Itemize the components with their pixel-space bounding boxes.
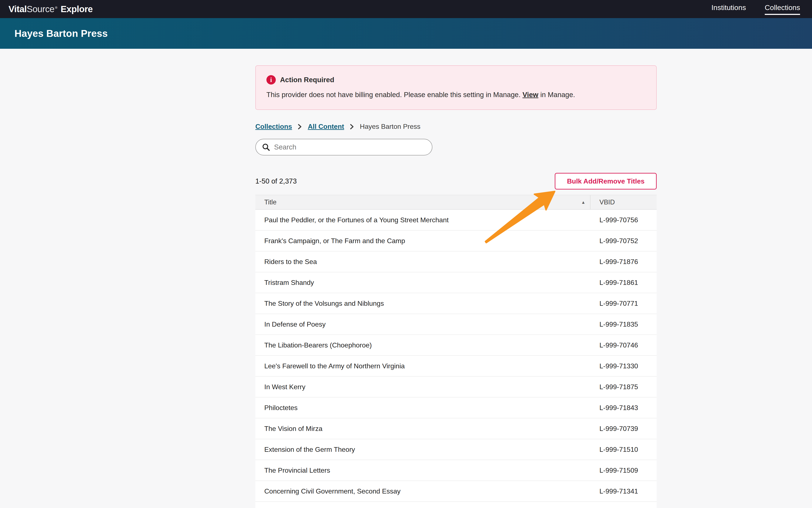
list-controls: 1-50 of 2,373 Bulk Add/Remove Titles: [255, 173, 657, 189]
cell-vbid: L-999-71510: [590, 446, 657, 454]
cell-vbid: L-999-71509: [590, 466, 657, 474]
cell-vbid: L-999-71861: [590, 279, 657, 287]
alert-message-after: in Manage.: [538, 91, 575, 98]
cell-title: The Provincial Letters: [255, 466, 590, 474]
table-row-partial: [255, 502, 657, 508]
table-row[interactable]: Extension of the Germ TheoryL-999-71510: [255, 439, 657, 460]
cell-title: Frank's Campaign, or The Farm and the Ca…: [255, 237, 590, 245]
sort-ascending-icon[interactable]: ▲: [581, 200, 585, 205]
cell-title: Paul the Peddler, or the Fortunes of a Y…: [255, 216, 590, 224]
table-row[interactable]: The Vision of MirzaL-999-70739: [255, 418, 657, 439]
bulk-add-remove-button[interactable]: Bulk Add/Remove Titles: [555, 173, 657, 189]
cell-title: In Defense of Poesy: [255, 321, 590, 328]
cell-title: Tristram Shandy: [255, 279, 590, 287]
cell-title: Riders to the Sea: [255, 258, 590, 266]
chevron-right-icon: [350, 123, 354, 130]
alert-message-before: This provider does not have billing enab…: [266, 91, 523, 98]
table-row[interactable]: Tristram ShandyL-999-71861: [255, 272, 657, 293]
cell-vbid: L-999-70756: [590, 216, 657, 224]
cell-vbid: L-999-70739: [590, 425, 657, 433]
cell-vbid: L-999-70752: [590, 237, 657, 245]
cell-title: The Vision of Mirza: [255, 425, 590, 433]
cell-vbid: L-999-71876: [590, 258, 657, 266]
registered-trademark-icon: ®: [55, 6, 57, 9]
titles-table: Title ▲ VBID Paul the Peddler, or the Fo…: [255, 195, 657, 508]
column-header-vbid[interactable]: VBID: [590, 195, 657, 209]
table-header: Title ▲ VBID: [255, 195, 657, 210]
table-row[interactable]: The Story of the Volsungs and NiblungsL-…: [255, 293, 657, 314]
column-header-title[interactable]: Title ▲: [255, 195, 590, 209]
top-navigation-bar: VitalSource® Explore Institutions Collec…: [0, 0, 812, 18]
chevron-right-icon: [298, 123, 302, 130]
alert-header: i Action Required: [266, 75, 645, 85]
logo-vital: Vital: [8, 4, 27, 14]
search-icon: [262, 143, 270, 152]
nav-item-institutions[interactable]: Institutions: [711, 3, 746, 15]
column-header-vbid-label: VBID: [599, 199, 615, 206]
table-row[interactable]: Frank's Campaign, or The Farm and the Ca…: [255, 230, 657, 251]
cell-title: In West Kerry: [255, 383, 590, 391]
logo-source: Source: [27, 4, 54, 14]
cell-vbid: L-999-71341: [590, 488, 657, 495]
logo-explore: Explore: [61, 4, 93, 14]
cell-vbid: L-999-71843: [590, 404, 657, 412]
table-row[interactable]: In West KerryL-999-71875: [255, 377, 657, 397]
primary-nav: Institutions Collections: [711, 3, 800, 15]
breadcrumb-current-page: Hayes Barton Press: [360, 123, 420, 130]
alert-message: This provider does not have billing enab…: [266, 90, 645, 99]
cell-title: The Story of the Volsungs and Niblungs: [255, 300, 590, 307]
nav-item-collections[interactable]: Collections: [765, 3, 800, 15]
table-row[interactable]: Lee's Farewell to the Army of Northern V…: [255, 356, 657, 377]
result-count: 1-50 of 2,373: [255, 177, 297, 185]
cell-title: Extension of the Germ Theory: [255, 446, 590, 454]
info-icon: i: [266, 75, 276, 85]
page-title: Hayes Barton Press: [14, 28, 108, 39]
table-row[interactable]: Riders to the SeaL-999-71876: [255, 251, 657, 272]
table-row[interactable]: The Libation-Bearers (Choephoroe)L-999-7…: [255, 335, 657, 356]
table-body: Paul the Peddler, or the Fortunes of a Y…: [255, 210, 657, 508]
breadcrumb-collections[interactable]: Collections: [255, 123, 292, 130]
table-row[interactable]: The Provincial LettersL-999-71509: [255, 460, 657, 481]
table-row[interactable]: Paul the Peddler, or the Fortunes of a Y…: [255, 210, 657, 230]
cell-title: Lee's Farewell to the Army of Northern V…: [255, 362, 590, 370]
search-input[interactable]: [274, 143, 426, 151]
breadcrumb: Collections All Content Hayes Barton Pre…: [255, 123, 657, 130]
table-row[interactable]: PhiloctetesL-999-71843: [255, 397, 657, 418]
page-banner: Hayes Barton Press: [0, 18, 812, 49]
breadcrumb-all-content[interactable]: All Content: [308, 123, 344, 130]
view-link[interactable]: View: [523, 91, 538, 98]
cell-vbid: L-999-71835: [590, 321, 657, 328]
cell-vbid: L-999-70771: [590, 300, 657, 307]
table-row[interactable]: In Defense of PoesyL-999-71835: [255, 314, 657, 335]
cell-vbid: L-999-71330: [590, 362, 657, 370]
action-required-alert: i Action Required This provider does not…: [255, 66, 657, 110]
cell-vbid: L-999-71875: [590, 383, 657, 391]
column-header-title-label: Title: [264, 199, 276, 206]
vitalsource-explore-logo[interactable]: VitalSource® Explore: [8, 4, 93, 14]
cell-title: Concerning Civil Government, Second Essa…: [255, 488, 590, 495]
table-row[interactable]: Concerning Civil Government, Second Essa…: [255, 481, 657, 502]
alert-title: Action Required: [280, 76, 334, 84]
cell-title: Philoctetes: [255, 404, 590, 412]
search-box[interactable]: [255, 139, 433, 156]
cell-vbid: L-999-70746: [590, 341, 657, 349]
main-content: i Action Required This provider does not…: [255, 49, 657, 508]
cell-title: The Libation-Bearers (Choephoroe): [255, 341, 590, 349]
